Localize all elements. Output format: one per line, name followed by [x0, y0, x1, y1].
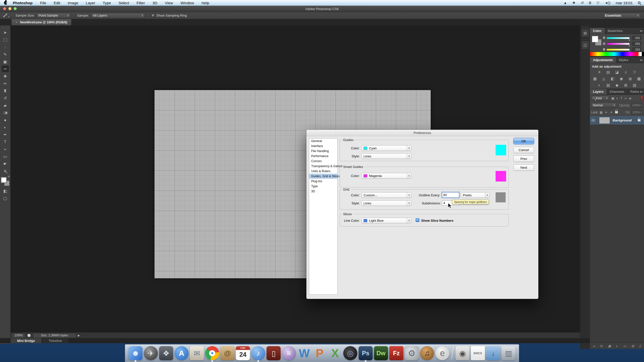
adj-gradient-map-icon[interactable]: ▧ [632, 83, 637, 87]
panel-grip[interactable] [582, 38, 588, 40]
pref-section-4[interactable]: Cursors [309, 159, 337, 164]
gridline-every-input[interactable] [442, 192, 459, 198]
gridline-unit-dropdown[interactable]: Pixels ▲▼ [461, 192, 490, 198]
tool-clone-stamp-tool[interactable]: ♜ [1, 87, 9, 95]
dock-app-mission-control[interactable]: ❖ [159, 346, 173, 360]
adj-selective-color-icon[interactable]: ⊠ [623, 83, 629, 87]
panel-menu-icon[interactable]: ▾≡ [640, 90, 642, 94]
menu-photoshop[interactable]: Photoshop [13, 1, 32, 5]
tab-color[interactable]: Color [590, 28, 605, 34]
grid-color-dropdown[interactable]: Custom... ▲▼ [361, 192, 411, 198]
menu-layer[interactable]: Layer [86, 1, 95, 5]
zoom-level-field[interactable]: 100% [12, 333, 25, 338]
screen-mode-button[interactable]: ▢ [1, 195, 9, 202]
menu-edit[interactable]: Edit [54, 1, 60, 5]
dock-app-word[interactable]: W [297, 346, 311, 360]
tool-type-tool[interactable]: T [1, 138, 9, 146]
dock-app-powerpoint[interactable]: P [313, 346, 327, 360]
pref-section-8[interactable]: Plug-Ins [309, 179, 337, 184]
lock-all-icon[interactable] [615, 111, 618, 113]
menu-window[interactable]: Window [181, 1, 194, 5]
quick-mask-button[interactable]: ◧ [1, 187, 9, 195]
guides-style-dropdown[interactable]: Lines ▲▼ [361, 153, 411, 159]
tab-channels[interactable]: Channels [607, 89, 627, 95]
smart-guides-color-dropdown[interactable]: Magenta ▲▼ [361, 173, 411, 178]
tool-rectangular-marquee-tool[interactable] [1, 36, 9, 43]
tool-eraser-tool[interactable]: ▰ [1, 102, 9, 109]
tool-dodge-tool[interactable]: ◐ [1, 124, 9, 131]
menu-bar-clock[interactable]: mar 19:01 [616, 1, 633, 5]
blend-mode-dropdown[interactable]: Normal ▲▼ [591, 103, 617, 108]
adj-threshold-icon[interactable]: ◆ [614, 83, 620, 87]
channel-value[interactable]: 253 [632, 42, 641, 46]
statusbar-volume[interactable]: ◄)) [605, 1, 610, 5]
tool-gradient-tool[interactable] [1, 109, 9, 116]
dock-app-downloads-folder[interactable]: ↓ [486, 346, 500, 360]
dock-app-filezilla[interactable]: Fz [389, 346, 404, 360]
layer-filter-kind-dropdown[interactable]: Kind ▲▼ [591, 96, 609, 101]
panel-menu-icon[interactable]: ▾≡ [640, 59, 642, 62]
tool-quick-selection-tool[interactable]: ✎ [1, 51, 9, 58]
adj-color-lookup-icon[interactable]: ▩ [636, 76, 642, 81]
layer-visibility-toggle[interactable] [590, 116, 597, 125]
tool-lasso-tool[interactable]: ◌ [1, 43, 9, 51]
menu-view[interactable]: View [165, 1, 173, 5]
layer-row-background[interactable]: Background [590, 116, 644, 125]
grid-style-dropdown[interactable]: Lines ▲▼ [361, 200, 411, 206]
statusbar-wifi[interactable]: ▽ [596, 1, 599, 5]
channel-slider[interactable]: ▲ [607, 43, 630, 45]
menu-help[interactable]: Help [202, 1, 209, 5]
show-slice-numbers-checkbox[interactable] [416, 218, 419, 222]
prev-button[interactable]: Prev [513, 156, 534, 162]
adj-curves-icon[interactable]: ◪ [614, 70, 620, 74]
tool-crop-tool[interactable]: ▣ [1, 58, 9, 65]
tool-healing-brush-tool[interactable]: ✚ [1, 73, 9, 80]
history-panel-icon[interactable]: ▤ [581, 29, 589, 37]
dock-app-dock-divider[interactable] [451, 346, 454, 360]
foreground-color-swatch[interactable] [592, 36, 598, 42]
adj-photo-filter-icon[interactable]: ◉ [619, 76, 624, 81]
lock-lock-transparency-icon[interactable]: ▦ [600, 111, 602, 114]
statusbar-bluetooth[interactable]: Ƀ [589, 1, 591, 5]
adj-channel-mixer-icon[interactable]: ◍ [627, 76, 633, 81]
pref-section-3[interactable]: Performance [309, 154, 337, 159]
slider-thumb-icon[interactable]: ▲ [628, 38, 630, 41]
dock-app-excel[interactable]: X [328, 346, 342, 360]
active-tool-icon[interactable] [3, 13, 8, 18]
opacity-value[interactable]: 100%▾ [631, 103, 643, 108]
window-titlebar[interactable]: Adobe Photoshop CS6 [0, 6, 644, 12]
tool-brush-tool[interactable]: ✏ [1, 80, 9, 87]
tool-path-selection-tool[interactable]: ➢ [1, 146, 9, 153]
slice-line-color-dropdown[interactable]: Light Blue ▲▼ [361, 218, 411, 223]
tool-preset-arrow-icon[interactable]: ▾ [8, 15, 9, 18]
adj-levels-icon[interactable]: ▤ [606, 70, 611, 74]
close-window-button[interactable] [3, 7, 6, 10]
color-panel-swatches[interactable] [592, 36, 602, 46]
panel-grip[interactable] [582, 26, 588, 28]
pref-section-1[interactable]: Interface [309, 144, 337, 149]
next-button[interactable]: Next [513, 164, 534, 171]
dock-app-docx-document[interactable]: DOCX [471, 346, 485, 360]
panel-menu-icon[interactable]: ▾≡ [640, 29, 642, 33]
filtering-toggle[interactable] [641, 96, 643, 100]
foreground-background-swatches[interactable]: ⇄ [1, 177, 10, 187]
guides-color-dropdown[interactable]: Cyan ▲▼ [361, 145, 411, 151]
dock-app-dreamweaver[interactable]: Dw [374, 346, 388, 360]
fill-value[interactable]: 100%▾ [631, 110, 643, 115]
lock-lock-position-icon[interactable]: ✛ [610, 111, 613, 114]
statusbar-google-drive[interactable]: ▲ [564, 1, 567, 5]
tool-eyedropper-tool[interactable]: ✑ [1, 65, 9, 73]
tab-swatches[interactable]: Swatches [605, 28, 626, 34]
lock-lock-pixels-icon[interactable]: ✏ [605, 111, 608, 114]
menu-select[interactable]: Select [118, 1, 129, 5]
dock-app-image-capture[interactable]: ◉ [456, 346, 470, 360]
tool-move-tool[interactable]: ➤ [1, 29, 9, 36]
channel-value[interactable]: 252 [632, 36, 641, 40]
tool-hand-tool[interactable]: ☛ [1, 160, 9, 167]
adj-hue-saturation-icon[interactable]: ▦ [592, 76, 598, 81]
dock-app-itunes[interactable]: ♪ [251, 346, 265, 360]
tool-pen-tool[interactable]: ✒ [1, 131, 9, 138]
menu-3d[interactable]: 3D [152, 1, 157, 5]
dock-app-calendar[interactable]: LUG 24 [236, 346, 250, 360]
menu-type[interactable]: Type [103, 1, 111, 5]
